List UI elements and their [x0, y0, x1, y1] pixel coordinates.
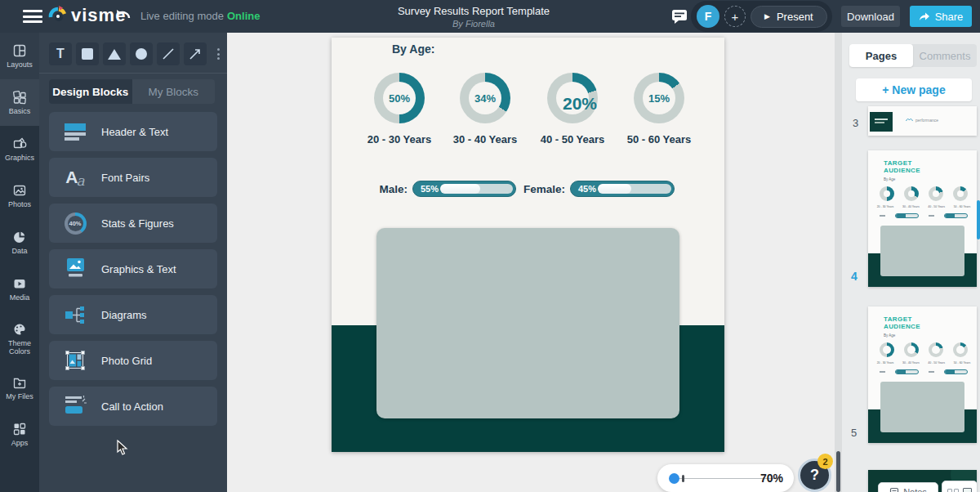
present-button[interactable]: ▶ Present — [751, 6, 827, 28]
card-call-to-action[interactable]: Call to Action — [49, 387, 217, 426]
zoom-control: 70% — [657, 464, 794, 492]
age-donut-group-4[interactable]: 15% 50 - 60 Years — [614, 73, 704, 145]
pages-panel: Pages Comments + New page 3 performance … — [842, 33, 980, 492]
download-button[interactable]: Download — [841, 6, 900, 27]
help-notification-badge: 2 — [817, 454, 833, 469]
square-tool-button[interactable] — [76, 42, 99, 65]
zoom-level: 70% — [760, 472, 783, 485]
media-icon — [12, 276, 27, 291]
data-icon — [12, 230, 27, 244]
text-tool-button[interactable]: T — [49, 42, 72, 65]
sidebar-item-photos[interactable]: Photos — [0, 172, 39, 219]
canvas-page[interactable]: By Age: 50% 20 - 30 Years 34% 30 - 40 Ye… — [332, 38, 724, 452]
arrow-tool-button[interactable] — [184, 42, 207, 65]
undo-icon[interactable] — [114, 7, 132, 25]
age-donut-group-2[interactable]: 34% 30 - 40 Years — [440, 73, 530, 145]
topbar: visme Live editing mode Online Survey Re… — [0, 0, 980, 33]
view-toggle[interactable] — [942, 481, 978, 492]
age-label-1[interactable]: 20 - 30 Years — [368, 133, 432, 145]
single-page-view-icon[interactable] — [963, 488, 972, 492]
panel-scrollbar-thumb[interactable] — [977, 200, 980, 239]
male-label[interactable]: Male: — [376, 183, 408, 195]
card-stats-figures[interactable]: 40% Stats & Figures — [49, 204, 217, 243]
age-label-2[interactable]: 30 - 40 Years — [453, 133, 518, 145]
graphics-text-icon — [60, 256, 90, 282]
by-age-heading[interactable]: By Age: — [392, 42, 434, 56]
donut-chart-15[interactable]: 15% — [634, 73, 684, 123]
theme-colors-icon — [12, 322, 27, 337]
grid-view-icon[interactable] — [947, 489, 959, 492]
graphics-icon — [12, 136, 27, 151]
more-tools-icon[interactable] — [214, 45, 223, 63]
document-title[interactable]: Survey Results Report Template — [310, 5, 637, 17]
female-progress-bar[interactable]: 45% — [570, 181, 675, 197]
page-thumbnail-3[interactable]: performance — [868, 106, 977, 136]
circle-tool-button[interactable] — [130, 42, 153, 65]
donut-chart-34[interactable]: 34% — [460, 73, 510, 123]
play-icon: ▶ — [764, 12, 770, 20]
card-graphics-text[interactable]: Graphics & Text — [49, 249, 217, 288]
font-pairs-icon: Aa — [60, 164, 90, 190]
sidebar-item-theme-colors[interactable]: Theme Colors — [0, 312, 39, 365]
design-block-cards: Header & Text Aa Font Pairs 40% Stats & … — [49, 112, 217, 426]
notes-button[interactable]: Notes — [878, 482, 938, 492]
female-label[interactable]: Female: — [523, 183, 565, 195]
visme-logo-icon — [47, 5, 67, 26]
document-title-block: Survey Results Report Template By Fiorel… — [310, 5, 637, 29]
add-collaborator-icon[interactable]: + — [724, 6, 746, 27]
photos-icon — [12, 183, 27, 198]
card-photo-grid[interactable]: Photo Grid — [49, 341, 217, 380]
donut-chart-20[interactable]: 20% — [547, 73, 598, 123]
basics-icon — [12, 90, 27, 105]
canvas-scrollbar[interactable] — [835, 33, 842, 492]
zoom-slider-tick — [682, 475, 684, 482]
sidebar-item-data[interactable]: Data — [0, 219, 39, 266]
visme-editor: visme Live editing mode Online Survey Re… — [0, 0, 980, 492]
header-text-icon — [60, 119, 90, 145]
male-progress-bar[interactable]: 55% — [412, 181, 516, 197]
avatar[interactable]: F — [697, 5, 719, 28]
line-tool-button[interactable] — [157, 42, 180, 65]
age-label-4[interactable]: 50 - 60 Years — [627, 133, 692, 145]
share-button[interactable]: Share — [910, 6, 972, 27]
design-blocks-panel: T Design Blocks My Blocks Header & Text … — [39, 33, 227, 492]
tab-comments[interactable]: Comments — [913, 44, 977, 67]
sidebar-item-basics[interactable]: Basics — [0, 79, 39, 126]
page-number-4: 4 — [851, 270, 858, 283]
age-donut-group-3[interactable]: 20% 40 - 50 Years — [528, 73, 617, 145]
thumb3-caption: performance — [915, 118, 938, 123]
age-donut-group-1[interactable]: 50% 20 - 30 Years — [354, 73, 444, 145]
live-editing-mode-label: Live editing mode — [140, 10, 224, 22]
tab-design-blocks[interactable]: Design Blocks — [49, 79, 132, 104]
sidebar-item-layouts[interactable]: Layouts — [0, 33, 39, 79]
my-files-icon — [12, 375, 27, 390]
left-sidebar: Layouts Basics Graphics Photos Data Medi… — [0, 33, 39, 492]
help-button[interactable]: ? 2 — [798, 458, 831, 492]
page-number-5: 5 — [851, 427, 857, 439]
new-page-button[interactable]: + New page — [856, 78, 972, 101]
tab-my-blocks[interactable]: My Blocks — [132, 79, 216, 104]
sidebar-item-my-files[interactable]: My Files — [0, 365, 39, 411]
sidebar-item-graphics[interactable]: Graphics — [0, 126, 39, 172]
card-diagrams[interactable]: Diagrams — [49, 295, 217, 334]
tab-pages[interactable]: Pages — [849, 44, 913, 67]
card-font-pairs[interactable]: Aa Font Pairs — [49, 158, 217, 197]
thumb3-teal-block — [870, 112, 893, 132]
photo-grid-icon — [60, 347, 90, 373]
card-header-text[interactable]: Header & Text — [49, 112, 217, 151]
page-thumbnail-5[interactable]: TARGETAUDIENCE By Age 20 - 30 Years30 - … — [868, 306, 977, 443]
triangle-tool-button[interactable] — [103, 42, 126, 65]
sidebar-item-media[interactable]: Media — [0, 266, 39, 312]
mouse-cursor — [116, 440, 129, 459]
image-placeholder[interactable] — [376, 228, 679, 418]
canvas-scrollbar-thumb[interactable] — [836, 451, 840, 492]
hamburger-menu-icon[interactable] — [23, 10, 42, 23]
notes-icon — [889, 487, 899, 492]
donut-chart-50[interactable]: 50% — [374, 73, 425, 123]
shape-toolbar: T — [49, 42, 223, 65]
zoom-slider-handle[interactable] — [669, 473, 679, 484]
age-label-3[interactable]: 40 - 50 Years — [541, 133, 605, 145]
comments-icon[interactable] — [671, 9, 688, 25]
page-thumbnail-4[interactable]: TARGETAUDIENCE By Age 20 - 30 Years30 - … — [868, 150, 977, 287]
sidebar-item-apps[interactable]: Apps — [0, 411, 39, 458]
